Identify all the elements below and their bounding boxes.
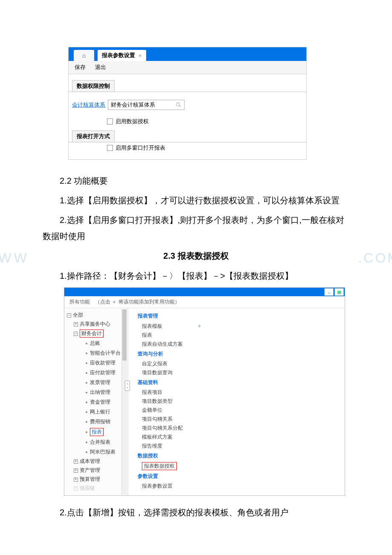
menu-item-custom-report[interactable]: 自定义报表	[138, 359, 345, 368]
add-to-common-icon[interactable]: ＋	[196, 322, 202, 330]
tree-node-supply-chain[interactable]: +供应链	[74, 484, 128, 493]
menu-group-param-settings: 参数设置	[138, 471, 345, 482]
expand-icon[interactable]: +	[74, 460, 78, 464]
heading-2-3: WWW 2.3 报表数据授权 .COM	[43, 250, 349, 262]
checkbox-multi-window[interactable]: 启用多窗口打开报表	[107, 144, 306, 152]
bullet-icon	[86, 392, 87, 393]
menu-item-articulation-assign[interactable]: 项目勾稽关系分配	[138, 424, 345, 433]
menu-item-report-dimension[interactable]: 报告维度	[138, 442, 345, 451]
accounting-system-input[interactable]: 财务会计核算体系	[108, 100, 184, 110]
watermark: WWW	[0, 250, 29, 266]
tree-node-shared-service[interactable]: + 共享服务中心	[74, 320, 128, 329]
paragraph: 1.选择【启用数据授权】，才可以进行数据授权设置，可以分核算体系设置	[43, 192, 349, 208]
menu-group-report-mgmt: 报表管理	[138, 311, 345, 321]
expand-icon[interactable]: +	[74, 477, 78, 482]
menu-item-report-project[interactable]: 报表项目	[138, 388, 345, 397]
menu-item-report-template[interactable]: 报表模板 ＋	[138, 321, 345, 331]
collapse-icon[interactable]: −	[67, 313, 71, 318]
bullet-icon	[86, 343, 87, 344]
tree-node-asset[interactable]: +资产管理	[74, 466, 128, 475]
menu-item-report[interactable]: 报表	[138, 331, 345, 340]
section-header-open-mode: 报表打开方式	[72, 130, 115, 142]
tree-item-amoeba-report[interactable]: 阿米巴报表	[74, 447, 128, 457]
section-header-data-auth: 数据权限控制	[72, 80, 115, 92]
save-button[interactable]: 保存	[75, 64, 86, 70]
tree-item-expense[interactable]: 费用报销	[74, 417, 128, 427]
menu-item-template-style[interactable]: 模板样式方案	[138, 433, 345, 442]
menu-group-data-auth: 数据授权	[138, 451, 345, 461]
bullet-icon	[86, 353, 87, 354]
toolbar: 保存 退出	[69, 61, 306, 74]
module-tree: › ‹ − 全部 + 共享服务中心 − 财务会计 总账	[64, 308, 128, 495]
function-menu: 报表管理 报表模板 ＋ 报表 报表自动生成方案 查询与分析 自定义报表 项目数据…	[128, 308, 345, 495]
bullet-icon	[86, 402, 87, 403]
accounting-system-value: 财务会计核算体系	[111, 101, 155, 109]
bullet-icon	[86, 372, 87, 374]
tree-item-ar[interactable]: 应收款管理	[74, 358, 128, 368]
menu-item-project-data-query[interactable]: 项目数据查询	[138, 368, 345, 377]
expand-icon[interactable]: +	[74, 468, 78, 473]
paragraph: 1.操作路径：【财务会计】－〉【报表】－>【报表数据授权】	[43, 268, 349, 284]
top-bar: ▦ ⌄	[64, 288, 345, 296]
menu-group-query-analysis: 查询与分析	[138, 349, 345, 359]
tree-root-all[interactable]: − 全部	[67, 311, 128, 320]
tree-node-cost[interactable]: +成本管理	[74, 457, 128, 466]
highlight-financial-accounting: 财务会计	[80, 330, 104, 338]
menu-item-amount-unit[interactable]: 金额单位	[138, 406, 345, 415]
menu-item-report-param-settings[interactable]: 报表参数设置	[138, 482, 345, 491]
collapse-icon[interactable]: −	[74, 332, 78, 336]
checkbox-label: 启用多窗口打开报表	[115, 144, 165, 152]
menu-item-report-data-auth[interactable]: 报表数据授权	[138, 461, 345, 471]
tree-item-smart-accounting[interactable]: 智能会计平台	[74, 348, 128, 358]
paragraph: 2.2 功能概要	[43, 173, 349, 189]
close-icon[interactable]: ×	[138, 52, 142, 59]
menu-item-auto-gen-scheme[interactable]: 报表自动生成方案	[138, 340, 345, 349]
home-icon: ⌂	[82, 52, 86, 59]
exit-button[interactable]: 退出	[95, 64, 106, 70]
search-icon[interactable]	[176, 102, 182, 108]
tree-item-report[interactable]: 报表	[74, 427, 128, 437]
chevron-right-icon: ›	[127, 382, 128, 386]
menu-item-articulation[interactable]: 项目勾稽关系	[138, 415, 345, 424]
accounting-system-label-link[interactable]: 会计核算体系	[72, 101, 105, 109]
watermark: .COM	[358, 250, 392, 266]
tab-report-param-settings[interactable]: 报表参数设置 ×	[98, 50, 146, 61]
checkbox-enable-data-auth[interactable]: 启用数据授权	[107, 118, 306, 125]
scrollbar[interactable]	[121, 309, 127, 495]
screenshot-menu-navigation: ▦ ⌄ 所有功能 （点击 ＋ 将该功能添加到常用功能） › ‹ − 全部 +	[64, 287, 345, 496]
highlight-report-data-auth: 报表数据授权	[142, 462, 177, 470]
checkbox-icon	[107, 145, 113, 151]
tree-item-ap[interactable]: 应付款管理	[74, 368, 128, 378]
tree-node-budget[interactable]: +预算管理	[74, 475, 128, 484]
tab-strip: ⌂ 报表参数设置 ×	[69, 47, 306, 61]
svg-line-1	[179, 106, 181, 107]
menu-item-project-data-type[interactable]: 项目数据类型	[138, 397, 345, 406]
tab-label: 报表参数设置	[102, 52, 135, 59]
all-functions-hint: 所有功能 （点击 ＋ 将该功能添加到常用功能）	[64, 296, 345, 308]
svg-point-0	[176, 103, 180, 106]
tree-item-funds[interactable]: 资金管理	[74, 397, 128, 407]
checkbox-label: 启用数据授权	[115, 118, 149, 125]
scrollbar-thumb[interactable]	[122, 309, 127, 361]
sidebar-toggle[interactable]: › ‹	[125, 381, 130, 391]
grid-view-button[interactable]: ▦	[334, 288, 344, 296]
bullet-icon	[86, 382, 87, 384]
expand-icon[interactable]: +	[74, 322, 78, 327]
checkbox-icon	[107, 119, 113, 124]
tab-home[interactable]: ⌂	[74, 50, 94, 61]
tree-item-invoice[interactable]: 发票管理	[74, 378, 128, 387]
tree-item-consolidated-report[interactable]: 合并报表	[74, 437, 128, 447]
tree-item-general-ledger[interactable]: 总账	[74, 338, 128, 348]
bullet-icon	[86, 411, 87, 413]
expand-icon[interactable]: +	[74, 486, 78, 491]
screenshot-report-param-settings: ⌂ 报表参数设置 × 保存 退出 数据权限控制 会计核算体系 财务会计核算体系	[68, 47, 307, 160]
bullet-icon	[86, 421, 87, 423]
expand-button[interactable]: ⌄	[324, 288, 334, 296]
tree-item-cashier[interactable]: 出纳管理	[74, 387, 128, 397]
tree-node-financial-accounting[interactable]: − 财务会计	[74, 329, 128, 338]
bullet-icon	[86, 431, 87, 433]
bullet-icon	[86, 451, 87, 453]
paragraph: 2.选择【启用多窗口打开报表】,则打开多个报表时，为多个窗口,一般在核对数据时使…	[43, 212, 349, 244]
paragraph: 2.点击【新增】按钮，选择需授权的报表模板、角色或者用户	[43, 504, 349, 520]
tree-item-online-bank[interactable]: 网上银行	[74, 407, 128, 417]
